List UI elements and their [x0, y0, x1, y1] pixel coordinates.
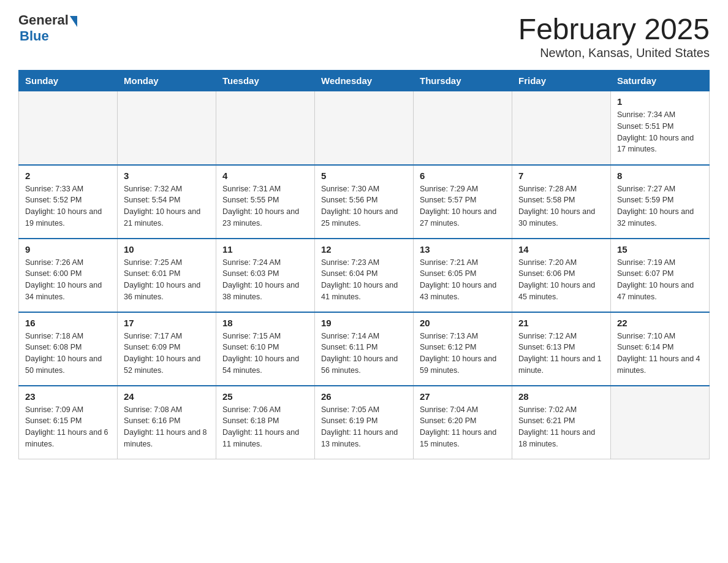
calendar-day-cell: 26Sunrise: 7:05 AMSunset: 6:19 PMDayligh…	[315, 386, 414, 459]
day-number: 26	[321, 391, 407, 402]
calendar-day-cell: 15Sunrise: 7:19 AMSunset: 6:07 PMDayligh…	[611, 239, 710, 312]
day-info: Sunrise: 7:33 AMSunset: 5:52 PMDaylight:…	[25, 183, 111, 229]
day-number: 23	[25, 391, 111, 402]
calendar-day-cell: 6Sunrise: 7:29 AMSunset: 5:57 PMDaylight…	[414, 165, 512, 239]
day-number: 27	[420, 391, 506, 402]
calendar-day-cell: 17Sunrise: 7:17 AMSunset: 6:09 PMDayligh…	[118, 312, 216, 386]
calendar-day-cell: 24Sunrise: 7:08 AMSunset: 6:16 PMDayligh…	[118, 386, 216, 459]
weekday-header-friday: Friday	[512, 71, 611, 91]
calendar-day-cell: 2Sunrise: 7:33 AMSunset: 5:52 PMDaylight…	[19, 165, 118, 239]
logo-blue-text: Blue	[20, 28, 49, 44]
day-info: Sunrise: 7:23 AMSunset: 6:04 PMDaylight:…	[321, 257, 407, 303]
day-number: 5	[321, 170, 407, 181]
calendar-table: SundayMondayTuesdayWednesdayThursdayFrid…	[18, 70, 710, 459]
day-number: 20	[420, 318, 506, 328]
weekday-header-thursday: Thursday	[414, 71, 512, 91]
day-info: Sunrise: 7:31 AMSunset: 5:55 PMDaylight:…	[222, 183, 308, 229]
day-number: 16	[25, 318, 111, 328]
calendar-day-cell: 23Sunrise: 7:09 AMSunset: 6:15 PMDayligh…	[19, 386, 118, 459]
weekday-header-sunday: Sunday	[19, 71, 118, 91]
calendar-body: 1Sunrise: 7:34 AMSunset: 5:51 PMDaylight…	[19, 91, 710, 459]
weekday-header-tuesday: Tuesday	[216, 71, 315, 91]
calendar-week-row: 16Sunrise: 7:18 AMSunset: 6:08 PMDayligh…	[19, 312, 710, 386]
day-info: Sunrise: 7:29 AMSunset: 5:57 PMDaylight:…	[420, 183, 506, 229]
calendar-day-cell: 7Sunrise: 7:28 AMSunset: 5:58 PMDaylight…	[512, 165, 611, 239]
day-number: 22	[617, 318, 703, 328]
day-info: Sunrise: 7:12 AMSunset: 6:13 PMDaylight:…	[518, 331, 604, 377]
weekday-header-wednesday: Wednesday	[315, 71, 414, 91]
calendar-day-cell: 3Sunrise: 7:32 AMSunset: 5:54 PMDaylight…	[118, 165, 216, 239]
calendar-day-cell: 10Sunrise: 7:25 AMSunset: 6:01 PMDayligh…	[118, 239, 216, 312]
day-number: 14	[518, 244, 604, 255]
day-number: 12	[321, 244, 407, 255]
day-info: Sunrise: 7:19 AMSunset: 6:07 PMDaylight:…	[617, 257, 703, 303]
calendar-day-cell: 5Sunrise: 7:30 AMSunset: 5:56 PMDaylight…	[315, 165, 414, 239]
day-number: 1	[617, 96, 703, 107]
day-info: Sunrise: 7:15 AMSunset: 6:10 PMDaylight:…	[222, 331, 308, 377]
calendar-day-cell: 19Sunrise: 7:14 AMSunset: 6:11 PMDayligh…	[315, 312, 414, 386]
day-number: 21	[518, 318, 604, 328]
calendar-subtitle: Newton, Kansas, United States	[518, 46, 710, 60]
day-info: Sunrise: 7:10 AMSunset: 6:14 PMDaylight:…	[617, 331, 703, 377]
day-info: Sunrise: 7:25 AMSunset: 6:01 PMDaylight:…	[124, 257, 210, 303]
calendar-day-cell: 25Sunrise: 7:06 AMSunset: 6:18 PMDayligh…	[216, 386, 315, 459]
day-info: Sunrise: 7:18 AMSunset: 6:08 PMDaylight:…	[25, 331, 111, 377]
calendar-day-cell: 11Sunrise: 7:24 AMSunset: 6:03 PMDayligh…	[216, 239, 315, 312]
page-header: General Blue February 2025 Newton, Kansa…	[18, 12, 710, 60]
calendar-day-cell: 18Sunrise: 7:15 AMSunset: 6:10 PMDayligh…	[216, 312, 315, 386]
title-section: February 2025 Newton, Kansas, United Sta…	[518, 12, 710, 60]
day-info: Sunrise: 7:20 AMSunset: 6:06 PMDaylight:…	[518, 257, 604, 303]
calendar-day-cell: 1Sunrise: 7:34 AMSunset: 5:51 PMDaylight…	[611, 91, 710, 165]
calendar-day-cell	[512, 91, 611, 165]
calendar-title: February 2025	[518, 12, 710, 46]
calendar-day-cell: 14Sunrise: 7:20 AMSunset: 6:06 PMDayligh…	[512, 239, 611, 312]
day-number: 6	[420, 170, 506, 181]
day-info: Sunrise: 7:17 AMSunset: 6:09 PMDaylight:…	[124, 331, 210, 377]
day-number: 15	[617, 244, 703, 255]
day-number: 9	[25, 244, 111, 255]
calendar-day-cell: 13Sunrise: 7:21 AMSunset: 6:05 PMDayligh…	[414, 239, 512, 312]
calendar-day-cell: 28Sunrise: 7:02 AMSunset: 6:21 PMDayligh…	[512, 386, 611, 459]
calendar-day-cell: 20Sunrise: 7:13 AMSunset: 6:12 PMDayligh…	[414, 312, 512, 386]
calendar-header: SundayMondayTuesdayWednesdayThursdayFrid…	[19, 71, 710, 91]
weekday-header-row: SundayMondayTuesdayWednesdayThursdayFrid…	[19, 71, 710, 91]
logo-general-text: General	[18, 12, 69, 28]
calendar-day-cell: 9Sunrise: 7:26 AMSunset: 6:00 PMDaylight…	[19, 239, 118, 312]
day-info: Sunrise: 7:34 AMSunset: 5:51 PMDaylight:…	[617, 109, 703, 155]
day-number: 11	[222, 244, 308, 255]
day-info: Sunrise: 7:26 AMSunset: 6:00 PMDaylight:…	[25, 257, 111, 303]
calendar-day-cell	[118, 91, 216, 165]
calendar-day-cell: 21Sunrise: 7:12 AMSunset: 6:13 PMDayligh…	[512, 312, 611, 386]
day-number: 25	[222, 391, 308, 402]
calendar-week-row: 1Sunrise: 7:34 AMSunset: 5:51 PMDaylight…	[19, 91, 710, 165]
day-info: Sunrise: 7:30 AMSunset: 5:56 PMDaylight:…	[321, 183, 407, 229]
day-number: 8	[617, 170, 703, 181]
day-number: 17	[124, 318, 210, 328]
day-number: 13	[420, 244, 506, 255]
day-info: Sunrise: 7:27 AMSunset: 5:59 PMDaylight:…	[617, 183, 703, 229]
calendar-day-cell: 27Sunrise: 7:04 AMSunset: 6:20 PMDayligh…	[414, 386, 512, 459]
day-info: Sunrise: 7:08 AMSunset: 6:16 PMDaylight:…	[124, 404, 210, 450]
logo-arrow-icon	[70, 16, 77, 27]
calendar-day-cell	[315, 91, 414, 165]
calendar-day-cell	[611, 386, 710, 459]
calendar-day-cell: 22Sunrise: 7:10 AMSunset: 6:14 PMDayligh…	[611, 312, 710, 386]
day-info: Sunrise: 7:24 AMSunset: 6:03 PMDaylight:…	[222, 257, 308, 303]
calendar-day-cell: 16Sunrise: 7:18 AMSunset: 6:08 PMDayligh…	[19, 312, 118, 386]
calendar-week-row: 2Sunrise: 7:33 AMSunset: 5:52 PMDaylight…	[19, 165, 710, 239]
day-number: 10	[124, 244, 210, 255]
day-info: Sunrise: 7:09 AMSunset: 6:15 PMDaylight:…	[25, 404, 111, 450]
day-info: Sunrise: 7:02 AMSunset: 6:21 PMDaylight:…	[518, 404, 604, 450]
calendar-day-cell: 8Sunrise: 7:27 AMSunset: 5:59 PMDaylight…	[611, 165, 710, 239]
calendar-day-cell	[216, 91, 315, 165]
calendar-day-cell: 12Sunrise: 7:23 AMSunset: 6:04 PMDayligh…	[315, 239, 414, 312]
calendar-day-cell: 4Sunrise: 7:31 AMSunset: 5:55 PMDaylight…	[216, 165, 315, 239]
day-number: 4	[222, 170, 308, 181]
day-info: Sunrise: 7:05 AMSunset: 6:19 PMDaylight:…	[321, 404, 407, 450]
weekday-header-monday: Monday	[118, 71, 216, 91]
day-number: 2	[25, 170, 111, 181]
calendar-week-row: 23Sunrise: 7:09 AMSunset: 6:15 PMDayligh…	[19, 386, 710, 459]
day-info: Sunrise: 7:14 AMSunset: 6:11 PMDaylight:…	[321, 331, 407, 377]
weekday-header-saturday: Saturday	[611, 71, 710, 91]
day-info: Sunrise: 7:21 AMSunset: 6:05 PMDaylight:…	[420, 257, 506, 303]
